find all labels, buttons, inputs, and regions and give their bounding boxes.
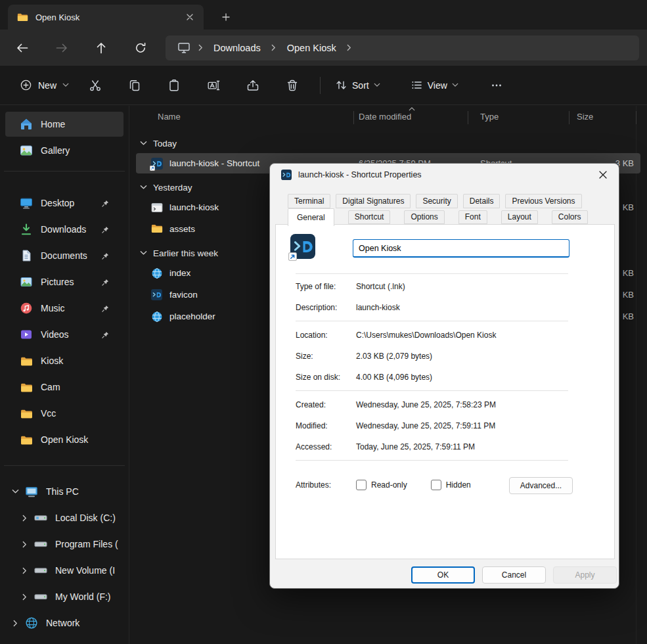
sidebar-item-open-kiosk[interactable]: Open Kiosk [5,427,123,452]
column-header-date-modified[interactable]: Date modified [359,112,411,122]
column-header-type[interactable]: Type [480,112,499,122]
tab-shortcut[interactable]: Shortcut [348,210,391,224]
sidebar-item-kiosk[interactable]: Kiosk [5,348,123,373]
sidebar-item-local-disk-c[interactable]: Local Disk (C:) [5,505,123,530]
more-options-button[interactable] [481,73,512,98]
sidebar-item-gallery[interactable]: Gallery [5,138,123,163]
cut-icon [89,79,102,92]
sidebar-item-program-files[interactable]: Program Files ( [5,532,123,557]
breadcrumb-open-kiosk[interactable]: Open Kiosk [281,38,342,58]
up-button[interactable] [88,36,114,60]
column-separator[interactable] [636,111,636,124]
field-value: Wednesday, June 25, 2025, 7:58:23 PM [356,400,568,409]
forward-button[interactable] [49,36,75,60]
sidebar-item-downloads[interactable]: Downloads [5,217,123,242]
pin-icon [102,279,109,286]
chevron-right-icon [22,593,27,601]
new-button[interactable]: New [13,73,76,98]
sidebar-item-vcc[interactable]: Vcc [5,401,123,426]
general-tab-panel: Type of file: Shortcut (.lnk) Descriptio… [275,224,615,559]
sidebar-item-network[interactable]: Network [5,610,123,635]
copy-button[interactable] [119,73,150,98]
field-separator [296,321,568,321]
sidebar-item-desktop[interactable]: Desktop [5,191,123,216]
column-header-name[interactable]: Name [158,112,181,122]
sidebar-item-label: Documents [41,250,102,261]
breadcrumb-downloads[interactable]: Downloads [208,38,267,58]
collapse-group-chevron[interactable] [140,250,147,256]
expand-chevron[interactable] [9,617,21,629]
expand-chevron[interactable] [18,564,30,576]
sidebar-item-home[interactable]: Home [5,112,123,137]
pin-icon [102,252,109,260]
home-icon [20,118,33,131]
chevron-right-icon [198,44,203,51]
breadcrumb-chevron[interactable] [193,38,208,58]
sidebar-separator [4,465,125,466]
sidebar-item-music[interactable]: Music [5,296,123,321]
tab-options[interactable]: Options [404,210,444,224]
drive-icon [34,566,47,575]
rename-button[interactable] [198,73,229,98]
plus-circle-icon [20,79,32,91]
tab-font[interactable]: Font [458,210,487,224]
tab-general[interactable]: General [288,208,334,226]
column-separator[interactable] [468,111,468,124]
back-button[interactable] [9,36,35,60]
sidebar-item-cam[interactable]: Cam [5,375,123,400]
chevron-down-icon [62,83,69,87]
field-label: Modified: [296,421,356,430]
sidebar-item-new-volume[interactable]: New Volume (I [5,558,123,583]
column-header-size[interactable]: Size [577,112,593,122]
tab-terminal[interactable]: Terminal [288,194,330,208]
field-separator [296,273,568,274]
collapse-group-chevron[interactable] [140,141,147,146]
tab-digital-signatures[interactable]: Digital Signatures [336,194,411,208]
sidebar-item-this-pc[interactable]: This PC [5,479,123,504]
tab-previous-versions[interactable]: Previous Versions [505,194,581,208]
delete-button[interactable] [277,73,308,98]
expand-chevron[interactable] [18,512,30,524]
collapse-group-chevron[interactable] [140,185,147,190]
sidebar-item-label: Network [46,618,123,628]
breadcrumb-chevron[interactable] [342,38,357,58]
paste-button[interactable] [158,73,190,98]
sidebar-item-my-world[interactable]: My World (F:) [5,584,123,609]
tab-details[interactable]: Details [463,194,501,208]
dialog-close-button[interactable] [591,166,615,184]
cut-button[interactable] [79,73,111,98]
sidebar-item-label: Videos [41,329,102,340]
explorer-tab[interactable]: Open Kiosk [8,5,204,30]
downloads-icon [20,223,33,236]
readonly-checkbox[interactable] [356,480,367,490]
refresh-button[interactable] [127,36,154,60]
field-separator [296,460,568,461]
expand-chevron[interactable] [18,591,30,603]
expand-chevron[interactable] [18,538,30,550]
shortcut-name-input[interactable] [353,239,569,258]
breadcrumb-chevron[interactable] [267,38,281,58]
close-tab-button[interactable] [181,9,198,26]
view-button[interactable]: View [404,73,465,98]
new-tab-button[interactable] [217,9,235,26]
column-separator[interactable] [353,111,354,124]
share-button[interactable] [237,73,269,98]
column-separator[interactable] [569,111,569,124]
ok-button[interactable]: OK [411,566,475,584]
globe-icon [151,311,163,323]
sidebar-item-videos[interactable]: Videos [5,322,123,347]
dialog-titlebar[interactable]: launch-kiosk - Shortcut Properties [270,164,619,186]
hidden-checkbox[interactable] [431,480,441,490]
group-header-today[interactable]: Today [129,135,647,152]
tab-layout[interactable]: Layout [501,210,538,224]
advanced-button[interactable]: Advanced... [509,477,573,494]
sort-button[interactable]: Sort [328,73,387,98]
cancel-button[interactable]: Cancel [482,566,546,584]
tab-colors[interactable]: Colors [552,210,588,224]
globe-icon [151,267,163,279]
expand-chevron[interactable] [9,486,21,497]
sidebar-item-documents[interactable]: Documents [5,243,123,268]
tab-security[interactable]: Security [416,194,457,208]
field-value: Shortcut (.lnk) [356,282,568,291]
sidebar-item-pictures[interactable]: Pictures [5,269,123,294]
